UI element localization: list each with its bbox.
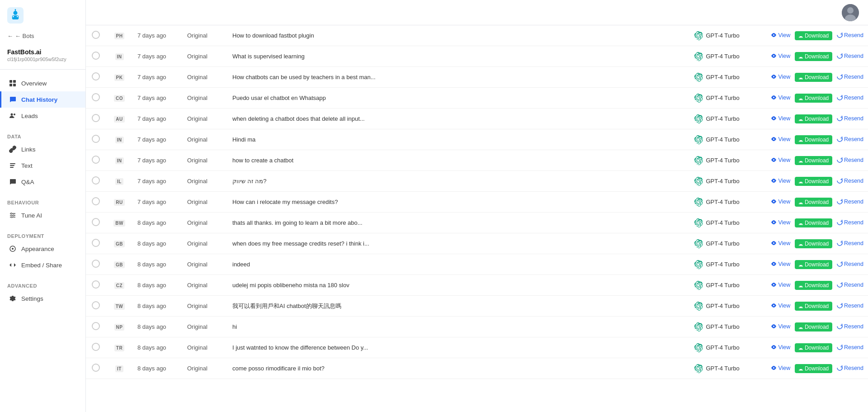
sidebar-item-text[interactable]: Text [0, 157, 85, 174]
row-checkbox[interactable] [92, 52, 100, 60]
download-button[interactable]: Download [795, 364, 832, 373]
row-checkbox[interactable] [92, 218, 100, 226]
resend-button[interactable]: Resend [837, 199, 863, 205]
sidebar-item-leads[interactable]: Leads [0, 108, 85, 124]
view-button[interactable]: View [771, 95, 790, 101]
resend-button[interactable]: Resend [837, 32, 863, 38]
bot-info: FastBots.ai cl1fji1rp0001pr905w5f2uzy [0, 45, 85, 70]
download-button[interactable]: Download [795, 73, 832, 82]
resend-button[interactable]: Resend [837, 95, 863, 101]
view-button[interactable]: View [771, 115, 790, 122]
download-icon [798, 75, 803, 80]
download-button[interactable]: Download [795, 322, 832, 331]
row-type: Original [183, 25, 228, 46]
sidebar-item-qa[interactable]: Q&A [0, 174, 85, 190]
download-button[interactable]: Download [795, 177, 832, 186]
model-name: GPT-4 Turbo [706, 74, 739, 81]
row-checkbox[interactable] [92, 197, 100, 205]
user-avatar[interactable] [842, 4, 859, 21]
row-checkbox[interactable] [92, 239, 100, 247]
row-model: GPT-4 Turbo [689, 150, 766, 171]
table-row: BW 8 days ago Original thats all thanks.… [86, 213, 868, 233]
row-checkbox[interactable] [92, 343, 100, 351]
row-checkbox[interactable] [92, 114, 100, 122]
row-checkbox[interactable] [92, 135, 100, 143]
sidebar-item-links[interactable]: Links [0, 141, 85, 157]
svg-point-33 [773, 159, 774, 161]
view-button[interactable]: View [771, 344, 790, 350]
view-button[interactable]: View [771, 32, 790, 38]
country-badge: GB [114, 241, 125, 247]
row-checkbox[interactable] [92, 93, 100, 101]
sidebar-item-embed-share[interactable]: Embed / Share [0, 257, 85, 273]
view-button[interactable]: View [771, 178, 790, 184]
view-button[interactable]: View [771, 74, 790, 80]
row-model: GPT-4 Turbo [689, 213, 766, 233]
download-button[interactable]: Download [795, 156, 832, 165]
row-message: when does my free message credits reset?… [228, 233, 689, 254]
leads-label: Leads [21, 113, 38, 119]
view-button[interactable]: View [771, 365, 790, 371]
download-button[interactable]: Download [795, 260, 832, 269]
view-button[interactable]: View [771, 157, 790, 163]
sidebar-item-appearance[interactable]: Appearance [0, 241, 85, 257]
download-button[interactable]: Download [795, 135, 832, 144]
download-button[interactable]: Download [795, 281, 832, 290]
resend-button[interactable]: Resend [837, 178, 863, 184]
download-button[interactable]: Download [795, 94, 832, 103]
download-button[interactable]: Download [795, 31, 832, 40]
svg-rect-14 [10, 165, 14, 166]
download-button[interactable]: Download [795, 343, 832, 352]
row-date: 8 days ago [133, 213, 183, 233]
view-button[interactable]: View [771, 199, 790, 205]
sidebar-item-tune-ai[interactable]: Tune AI [0, 207, 85, 223]
resend-button[interactable]: Resend [837, 261, 863, 267]
row-checkbox[interactable] [92, 301, 100, 309]
resend-button[interactable]: Resend [837, 323, 863, 330]
resend-button[interactable]: Resend [837, 219, 863, 226]
chat-history-table: PH 7 days ago Original How to download f… [86, 25, 868, 379]
row-model: GPT-4 Turbo [689, 129, 766, 150]
view-button[interactable]: View [771, 282, 790, 288]
resend-button[interactable]: Resend [837, 303, 863, 309]
resend-button[interactable]: Resend [837, 53, 863, 59]
resend-button[interactable]: Resend [837, 74, 863, 80]
resend-button[interactable]: Resend [837, 157, 863, 163]
view-button[interactable]: View [771, 53, 790, 59]
row-checkbox[interactable] [92, 280, 100, 289]
view-button[interactable]: View [771, 136, 790, 142]
row-checkbox-cell [86, 46, 106, 67]
row-checkbox[interactable] [92, 322, 100, 330]
row-date: 8 days ago [133, 233, 183, 254]
download-button[interactable]: Download [795, 218, 832, 227]
back-to-bots[interactable]: ← ← Bots [0, 29, 85, 45]
sidebar-item-chat-history[interactable]: Chat History [0, 91, 85, 108]
view-button[interactable]: View [771, 261, 790, 267]
row-message: Puedo usar el chatbot en Whatsapp [228, 88, 689, 109]
row-checkbox[interactable] [92, 72, 100, 81]
view-button[interactable]: View [771, 240, 790, 246]
row-checkbox[interactable] [92, 156, 100, 164]
sidebar-item-overview[interactable]: Overview [0, 75, 85, 91]
resend-button[interactable]: Resend [837, 240, 863, 246]
download-button[interactable]: Download [795, 198, 832, 207]
download-button[interactable]: Download [795, 114, 832, 123]
row-checkbox[interactable] [92, 364, 100, 372]
row-checkbox[interactable] [92, 31, 100, 39]
view-button[interactable]: View [771, 219, 790, 226]
download-button[interactable]: Download [795, 52, 832, 61]
resend-button[interactable]: Resend [837, 365, 863, 371]
view-button[interactable]: View [771, 323, 790, 330]
resend-button[interactable]: Resend [837, 115, 863, 122]
resend-button[interactable]: Resend [837, 136, 863, 142]
download-button[interactable]: Download [795, 239, 832, 248]
resend-button[interactable]: Resend [837, 282, 863, 288]
download-button[interactable]: Download [795, 302, 832, 311]
row-checkbox[interactable] [92, 260, 100, 268]
svg-point-3 [13, 16, 14, 17]
model-name: GPT-4 Turbo [706, 282, 739, 289]
view-button[interactable]: View [771, 303, 790, 309]
sidebar-item-settings[interactable]: Settings [0, 290, 85, 307]
resend-button[interactable]: Resend [837, 344, 863, 350]
row-checkbox[interactable] [92, 176, 100, 185]
